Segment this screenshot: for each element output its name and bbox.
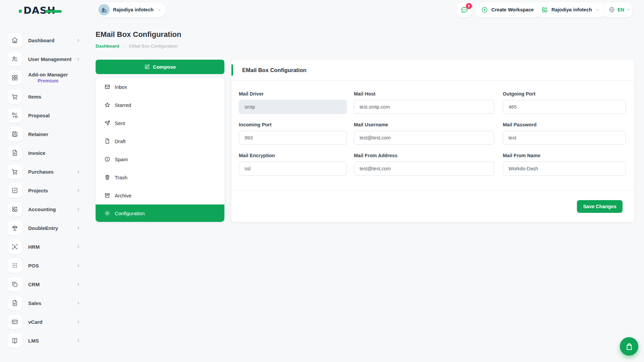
credit-card-icon <box>7 314 22 329</box>
floating-cart-button[interactable] <box>620 337 638 356</box>
outgoing-port-label: Outgoing Port <box>503 91 626 97</box>
mail-icon <box>104 84 110 90</box>
compose-label: Compose <box>153 64 176 70</box>
save-changes-button[interactable]: Save Changes <box>577 200 623 213</box>
sidebar-item-lms[interactable]: LMS <box>7 333 80 348</box>
grid-plus-icon <box>7 202 22 217</box>
compose-button[interactable]: Compose <box>96 60 224 74</box>
mail-username-input[interactable] <box>354 131 494 145</box>
app-logo[interactable]: DASH <box>19 4 66 17</box>
chevron-right-icon <box>76 57 80 61</box>
sidebar-item-label: Invoice <box>28 150 46 156</box>
sidebar-item-projects[interactable]: Projects <box>7 183 80 198</box>
swap-boxes-icon <box>7 108 22 123</box>
mail-menu-item-starred[interactable]: Starred <box>96 96 224 114</box>
outgoing-port-input[interactable] <box>503 100 626 114</box>
company-menu-label: Rajodiya infotech <box>551 7 592 12</box>
chevron-down-icon <box>157 8 161 12</box>
logo-dot <box>19 10 22 13</box>
sidebar-item-hrm[interactable]: HRM <box>7 239 80 254</box>
chevron-right-icon <box>76 263 80 268</box>
floppy-icon <box>7 127 22 141</box>
chevron-right-icon <box>76 170 80 174</box>
workspace-name: Rajodiya infotech <box>113 7 154 12</box>
sidebar-item-invoice[interactable]: Invoice <box>7 145 80 160</box>
sidebar-item-label: POS <box>28 262 39 269</box>
alert-circle-icon <box>104 156 110 162</box>
mail-menu-item-inbox[interactable]: Inbox <box>96 78 224 96</box>
mail-from-name-input[interactable] <box>503 162 626 176</box>
create-workspace-button[interactable]: Create Workspace <box>476 2 539 17</box>
sidebar-item-dashboard[interactable]: Dashboard <box>7 33 80 48</box>
sidebar-item-accounting[interactable]: Accounting <box>7 202 80 217</box>
sidebar-item-label: Add-on Manager <box>28 72 68 77</box>
grid-icon <box>7 70 22 85</box>
mail-menu-item-archive[interactable]: Archive <box>96 186 224 204</box>
create-workspace-label: Create Workspace <box>491 7 534 12</box>
mail-encryption-label: Mail Encryption <box>239 153 347 158</box>
breadcrumb: Dashboard EMail Box Configuration <box>96 44 177 49</box>
sidebar-item-label: Proposal <box>28 112 50 119</box>
app-canvas: DASH Rajodiya infotech 0 Create Workspac… <box>0 0 644 362</box>
chevron-right-icon <box>76 245 80 249</box>
messenger-button[interactable]: 0 <box>457 2 472 17</box>
mail-password-label: Mail Password <box>503 122 626 127</box>
scan-person-icon <box>7 239 22 254</box>
mail-menu-item-trash[interactable]: Trash <box>96 168 224 186</box>
card-accent-bar <box>231 64 233 76</box>
company-menu-button[interactable]: Rajodiya infotech <box>536 2 605 17</box>
chevron-down-icon <box>595 8 600 12</box>
mail-password-input[interactable] <box>503 131 626 145</box>
sidebar-item-label: Purchases <box>28 169 54 175</box>
sidebar-item-user-management[interactable]: User Management <box>7 52 80 66</box>
mail-encryption-input[interactable] <box>239 162 347 176</box>
sidebar-item-label: LMS <box>28 338 39 344</box>
mail-menu-card: Inbox Starred Sent Draft Spam Trash Arch… <box>96 78 224 222</box>
sidebar-item-crm[interactable]: CRM <box>7 277 80 292</box>
mail-menu-item-sent[interactable]: Sent <box>96 114 224 132</box>
messenger-badge: 0 <box>466 3 472 9</box>
grid-plus-icon <box>541 6 548 13</box>
sidebar-item-label: Projects <box>28 187 48 194</box>
sidebar-item-addon-manager[interactable]: Add-on Manager Premium <box>7 70 80 85</box>
mail-menu-item-label: Draft <box>115 138 126 144</box>
breadcrumb-dashboard-link[interactable]: Dashboard <box>96 44 119 49</box>
mail-host-input[interactable] <box>354 100 494 114</box>
chevron-right-icon <box>76 282 80 287</box>
chevron-right-icon <box>76 38 80 43</box>
mail-menu-item-label: Spam <box>115 157 128 162</box>
sidebar-item-vcard[interactable]: vCard <box>7 314 80 329</box>
mail-menu-item-spam[interactable]: Spam <box>96 150 224 168</box>
file-text-icon <box>7 296 22 310</box>
mail-from-address-label: Mail From Address <box>354 153 494 158</box>
mail-driver-label: Mail Driver <box>239 91 347 97</box>
sidebar-item-sales[interactable]: Sales <box>7 296 80 310</box>
sidebar-item-items[interactable]: Items <box>7 89 80 104</box>
mail-menu-item-draft[interactable]: Draft <box>96 132 224 150</box>
sidebar-item-pos[interactable]: POS <box>7 258 80 273</box>
language-code: EN <box>618 7 624 12</box>
users-icon <box>7 52 22 66</box>
sidebar-item-label: HRM <box>28 244 40 250</box>
sidebar-item-proposal[interactable]: Proposal <box>7 108 80 123</box>
sidebar-item-label: Items <box>28 94 41 100</box>
send-icon <box>104 120 110 126</box>
breadcrumb-current: EMail Box Configuration <box>129 44 178 49</box>
workspace-switcher[interactable]: Rajodiya infotech <box>97 2 166 17</box>
mail-menu-item-configuration[interactable]: Configuration <box>96 204 224 222</box>
book-open-icon <box>7 333 22 348</box>
mail-driver-input <box>239 100 347 114</box>
mail-from-address-input[interactable] <box>354 162 494 176</box>
sidebar-item-purchases[interactable]: Purchases <box>7 164 80 179</box>
trash-icon <box>104 174 110 180</box>
incoming-port-input[interactable] <box>239 131 347 145</box>
chevron-right-icon <box>76 207 80 212</box>
sidebar-item-label: Dashboard <box>28 37 54 44</box>
mail-menu-item-label: Sent <box>115 120 125 126</box>
sidebar-item-retainer[interactable]: Retainer <box>7 127 80 141</box>
language-selector[interactable]: EN <box>604 2 632 17</box>
incoming-port-label: Incoming Port <box>239 122 347 127</box>
email-config-card: EMail Box Configuration Mail Driver Mail… <box>231 60 634 222</box>
globe-icon <box>608 6 615 13</box>
sidebar-item-doubleentry[interactable]: DoubleEntry <box>7 221 80 235</box>
